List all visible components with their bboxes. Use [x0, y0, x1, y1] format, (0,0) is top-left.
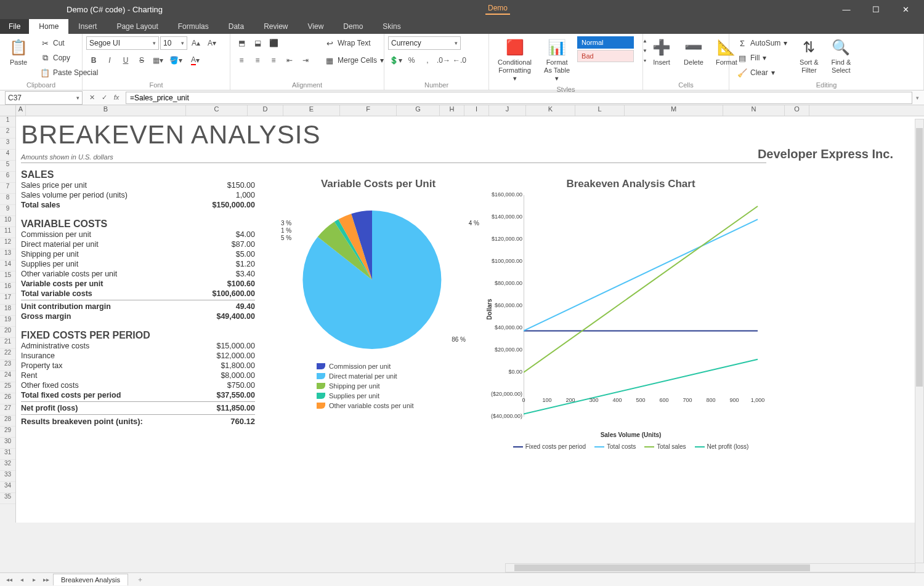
row-header-2[interactable]: 2 [0, 127, 15, 138]
merge-cells-button[interactable]: ▦Merge Cells ▾ [320, 54, 388, 67]
row-header-21[interactable]: 21 [0, 338, 15, 349]
number-format-combo[interactable]: Currency▾ [388, 36, 461, 50]
row-header-14[interactable]: 14 [0, 260, 15, 271]
col-header-E[interactable]: E [283, 105, 340, 116]
increase-indent-button[interactable]: ⇥ [298, 54, 313, 67]
row-header-18[interactable]: 18 [0, 305, 15, 316]
close-button[interactable]: ✕ [892, 1, 919, 18]
align-top-button[interactable]: ⬒ [234, 36, 249, 50]
sheet-nav-next[interactable]: ▸ [28, 574, 39, 585]
underline-button[interactable]: U [118, 54, 133, 67]
tab-skins[interactable]: Skins [373, 19, 410, 34]
row-header-8[interactable]: 8 [0, 194, 15, 205]
clear-button[interactable]: 🧹Clear ▾ [733, 66, 792, 79]
row-header-31[interactable]: 31 [0, 449, 15, 460]
percent-button[interactable]: % [404, 54, 419, 67]
cell-style-bad[interactable]: Bad [577, 50, 634, 62]
paste-button[interactable]: 📋 Paste [4, 36, 33, 68]
tab-page-layout[interactable]: Page Layout [107, 19, 168, 34]
col-header-M[interactable]: M [625, 105, 723, 116]
tab-view[interactable]: View [298, 19, 334, 34]
sort-filter-button[interactable]: ⇅Sort & Filter [794, 36, 824, 76]
align-bottom-button[interactable]: ⬛ [266, 36, 281, 50]
col-header-J[interactable]: J [489, 105, 526, 116]
enter-formula-icon[interactable]: ✓ [99, 94, 110, 102]
tab-review[interactable]: Review [254, 19, 298, 34]
borders-button[interactable]: ▦▾ [150, 54, 165, 67]
row-header-29[interactable]: 29 [0, 427, 15, 438]
strike-button[interactable]: S [134, 54, 149, 67]
conditional-formatting-button[interactable]: 🟥Conditional Formatting ▾ [493, 36, 537, 84]
row-header-12[interactable]: 12 [0, 238, 15, 249]
autosum-button[interactable]: ΣAutoSum ▾ [733, 36, 792, 50]
worksheet[interactable]: BREAKEVEN ANALYSIS Developer Express Inc… [16, 116, 924, 523]
align-right-button[interactable]: ≡ [266, 54, 281, 67]
bold-button[interactable]: B [86, 54, 101, 67]
row-header-28[interactable]: 28 [0, 415, 15, 427]
format-as-table-button[interactable]: 📊Format As Table ▾ [539, 36, 575, 84]
tab-demo[interactable]: Demo [333, 19, 373, 34]
col-header-D[interactable]: D [248, 105, 283, 116]
tab-data[interactable]: Data [219, 19, 254, 34]
tab-file[interactable]: File [0, 19, 29, 34]
font-size-combo[interactable]: 10▾ [160, 36, 187, 50]
row-header-13[interactable]: 13 [0, 249, 15, 260]
col-header-K[interactable]: K [526, 105, 575, 116]
row-header-11[interactable]: 11 [0, 227, 15, 238]
align-left-button[interactable]: ≡ [234, 54, 249, 67]
row-header-10[interactable]: 10 [0, 216, 15, 227]
row-header-23[interactable]: 23 [0, 360, 15, 371]
row-header-34[interactable]: 34 [0, 482, 15, 493]
italic-button[interactable]: I [102, 54, 117, 67]
comma-button[interactable]: , [420, 54, 435, 67]
formula-input[interactable] [126, 92, 912, 104]
row-header-26[interactable]: 26 [0, 393, 15, 404]
find-select-button[interactable]: 🔍Find & Select [826, 36, 856, 76]
col-header-C[interactable]: C [186, 105, 248, 116]
row-header-19[interactable]: 19 [0, 316, 15, 327]
increase-font-button[interactable]: A▴ [188, 36, 203, 50]
fx-icon[interactable]: fx [111, 94, 122, 102]
col-header-B[interactable]: B [26, 105, 186, 116]
add-sheet-button[interactable]: ＋ [129, 573, 151, 586]
horizontal-scrollbar[interactable] [505, 563, 915, 572]
decrease-decimal-button[interactable]: ←.0 [452, 54, 467, 67]
align-center-button[interactable]: ≡ [250, 54, 265, 67]
row-header-30[interactable]: 30 [0, 438, 15, 449]
name-box[interactable]: C37▾ [5, 91, 83, 105]
row-header-15[interactable]: 15 [0, 271, 15, 283]
cell-style-normal[interactable]: Normal [577, 36, 634, 49]
select-all-corner[interactable] [0, 105, 16, 116]
row-header-4[interactable]: 4 [0, 150, 15, 161]
delete-cells-button[interactable]: ➖Delete [679, 36, 708, 68]
col-header-G[interactable]: G [397, 105, 440, 116]
fill-color-button[interactable]: 🪣▾ [166, 54, 185, 67]
row-header-1[interactable]: 1 [0, 116, 15, 127]
tab-insert[interactable]: Insert [68, 19, 107, 34]
col-header-L[interactable]: L [575, 105, 625, 116]
row-header-22[interactable]: 22 [0, 349, 15, 360]
fill-button[interactable]: ▤Fill ▾ [733, 51, 792, 65]
increase-decimal-button[interactable]: .0→ [436, 54, 451, 67]
cancel-formula-icon[interactable]: ✕ [86, 94, 97, 102]
col-header-H[interactable]: H [440, 105, 464, 116]
row-header-5[interactable]: 5 [0, 161, 15, 172]
tab-home[interactable]: Home [29, 19, 68, 34]
currency-button[interactable]: 💲▾ [388, 54, 403, 67]
expand-formula-icon[interactable]: ▾ [916, 95, 919, 101]
col-header-O[interactable]: O [785, 105, 809, 116]
col-header-I[interactable]: I [464, 105, 489, 116]
row-header-16[interactable]: 16 [0, 283, 15, 294]
wrap-text-button[interactable]: ↩Wrap Text [320, 36, 388, 50]
row-header-27[interactable]: 27 [0, 404, 15, 415]
font-color-button[interactable]: A▾ [186, 54, 205, 67]
sheet-nav-prev[interactable]: ◂ [16, 574, 27, 585]
sheet-nav-last[interactable]: ▸▸ [41, 574, 52, 585]
align-middle-button[interactable]: ⬓ [250, 36, 265, 50]
insert-cells-button[interactable]: ➕Insert [647, 36, 676, 68]
row-header-25[interactable]: 25 [0, 382, 15, 393]
row-header-17[interactable]: 17 [0, 294, 15, 305]
row-header-3[interactable]: 3 [0, 138, 15, 150]
row-header-20[interactable]: 20 [0, 327, 15, 338]
col-header-N[interactable]: N [723, 105, 785, 116]
